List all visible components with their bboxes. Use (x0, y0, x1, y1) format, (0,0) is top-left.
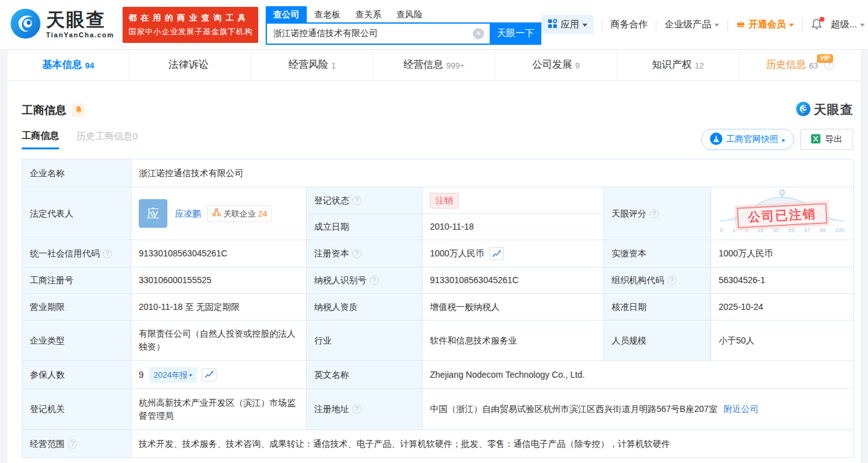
apps-grid-icon (548, 19, 558, 30)
tab-count: 12 (695, 61, 704, 70)
legal-rep-avatar[interactable]: 应 (139, 199, 167, 228)
search-tab-company[interactable]: 查公司 (266, 6, 307, 22)
annual-report-badge[interactable]: 2024年报 ▸ (149, 367, 197, 383)
tab-label: 经营风险 (288, 58, 328, 72)
field-value-registration-number: 330106000155525 (131, 268, 307, 294)
tab-basic-info[interactable]: 基本信息 94 (7, 50, 129, 80)
related-companies-label: 关联企业 (223, 207, 256, 220)
snapshot-label: 工商官网快照 (726, 134, 778, 145)
nav-super-vip[interactable]: 超级... (831, 19, 866, 30)
field-value-company-type: 有限责任公司（自然人投资或控股的法人独资） (131, 320, 307, 361)
value-text: 1000万人民币 (430, 247, 484, 260)
tab-operating-info[interactable]: 经营信息 999+ (373, 50, 495, 80)
nav-divider (802, 19, 803, 30)
help-icon[interactable]: ? (667, 276, 676, 285)
label-text: 天眼评分 (612, 207, 646, 220)
field-label-registration-number: 工商注册号 (22, 268, 131, 294)
field-label-business-scope: 经营范围 ? (22, 430, 131, 458)
notifications-bell-icon[interactable] (811, 19, 823, 30)
nav-open-membership[interactable]: 开通会员 (736, 19, 794, 30)
field-label-industry: 行业 (307, 320, 422, 361)
super-vip-label: 超级... (831, 19, 857, 30)
related-companies-badge[interactable]: 关联企业 24 (207, 205, 272, 222)
business-info-table: 企业名称 浙江诺控通信技术有限公司 法定代表人 应 应凌鹏 (22, 159, 853, 458)
nav-divider (727, 19, 728, 30)
membership-label: 开通会员 (749, 19, 786, 30)
search-input[interactable] (266, 22, 490, 45)
apps-label: 应用 (561, 19, 579, 30)
field-value-staff-size: 小于50人 (711, 320, 854, 361)
search-box: 查公司 查老板 查关系 查风险 ✕ 天眼一下 (266, 5, 541, 45)
tab-company-development[interactable]: 公司发展 9 (495, 50, 617, 80)
tab-label: 基本信息 (42, 58, 82, 72)
help-icon[interactable]: ? (103, 249, 112, 258)
enterprise-label: 企业级产品 (665, 19, 711, 30)
axis-tick: 100 (835, 224, 844, 237)
nav-business-cooperation[interactable]: 商务合作 (610, 19, 648, 30)
tab-label: 法律诉讼 (169, 58, 208, 72)
tab-operating-risk[interactable]: 经营风险 1 (251, 50, 373, 80)
help-icon[interactable]: ? (352, 405, 362, 414)
subtab-business-info[interactable]: 工商信息 (22, 130, 59, 149)
legal-rep-name-link[interactable]: 应凌鹏 (175, 207, 201, 220)
field-value-industry: 软件和信息技术服务业 (422, 320, 604, 361)
field-label-company-name: 企业名称 (22, 159, 131, 187)
logo-title: 天眼查 (46, 11, 114, 29)
excel-icon (811, 134, 821, 146)
official-snapshot-button[interactable]: 工商官网快照 ▸ (701, 129, 794, 150)
top-header: 天眼查 TianYanCha.com 都在用的商业查询工具 国家中小企业发展子基… (0, 0, 868, 50)
value-text: 9 (139, 368, 144, 381)
field-label-company-type: 企业类型 (22, 320, 131, 361)
field-label-registration-status: 登记状态 ? (307, 187, 422, 214)
nearby-companies-link[interactable]: 附近公司 (724, 403, 758, 416)
tyc-score-cell: 0 1 3 15 50 85 97 99 100 公司已注销 (711, 187, 854, 240)
caret-down-icon (582, 24, 587, 27)
field-value-taxpayer-id: 91330108563045261C (422, 268, 604, 294)
tianyancha-logo[interactable]: 天眼查 TianYanCha.com (10, 8, 114, 41)
help-icon[interactable]: ? (68, 439, 77, 449)
label-text: 统一社会信用代码 (30, 247, 100, 260)
field-value-organization-code: 56304526-1 (711, 268, 854, 294)
tab-legal-proceedings[interactable]: 法律诉讼 (129, 50, 251, 80)
logo-subtitle: TianYanCha.com (46, 32, 114, 39)
search-tab-boss[interactable]: 查老板 (307, 6, 348, 22)
export-label: 导出 (825, 134, 842, 145)
promo-banner-line1: 都在用的商业查询工具 (128, 12, 253, 24)
capital-trend-chart-icon[interactable] (489, 247, 504, 260)
tab-label: 历史信息 (766, 58, 806, 72)
page-container: 基本信息 94 法律诉讼 经营风险 1 经营信息 999+ 公司发展 9 知识产… (7, 50, 861, 463)
axis-tick: 97 (804, 224, 810, 237)
tab-label: 知识产权 (652, 58, 692, 72)
crown-icon (736, 19, 745, 30)
caret-down-icon (860, 24, 865, 27)
clear-search-icon[interactable]: ✕ (473, 28, 484, 39)
help-icon[interactable]: ? (650, 209, 659, 218)
search-tab-risk[interactable]: 查风险 (389, 6, 430, 22)
apps-menu[interactable]: 应用 (541, 15, 594, 34)
search-tab-relation[interactable]: 查关系 (348, 6, 389, 22)
subtab-history-business-info[interactable]: 历史工商信息0 (77, 131, 138, 148)
export-button[interactable]: 导出 (800, 129, 853, 150)
field-label-taxpayer-quality: 纳税人资质 (307, 294, 422, 320)
tab-count: 1 (331, 61, 335, 70)
tab-label: 公司发展 (532, 58, 572, 72)
insured-trend-chart-icon[interactable] (202, 368, 217, 381)
label-text: 注册地址 (314, 403, 349, 416)
tab-count: 999+ (446, 61, 464, 70)
help-icon[interactable]: ? (352, 249, 362, 258)
field-label-registration-authority: 登记机关 (22, 389, 131, 430)
tianyancha-logo-icon (10, 8, 41, 41)
field-value-company-name: 浙江诺控通信技术有限公司 (131, 159, 854, 187)
vip-badge: VIP (817, 54, 833, 63)
help-icon[interactable]: ? (370, 276, 379, 285)
field-value-paid-capital: 1000万人民币 (711, 240, 854, 268)
search-button[interactable]: 天眼一下 (490, 22, 541, 45)
field-value-business-scope: 技术开发、技术服务、技术咨询、成果转让：通信技术、电子产品、计算机软硬件；批发、… (131, 430, 854, 458)
help-icon[interactable]: ? (352, 196, 362, 205)
subscribe-bell-icon[interactable] (72, 103, 85, 117)
nav-enterprise-products[interactable]: 企业级产品 (665, 19, 719, 30)
nav-divider (656, 19, 656, 30)
tab-history-info[interactable]: 历史信息 63 VIP ? (739, 50, 861, 80)
status-badge-cancelled: 注销 (430, 193, 459, 208)
tab-intellectual-property[interactable]: 知识产权 12 (617, 50, 739, 80)
